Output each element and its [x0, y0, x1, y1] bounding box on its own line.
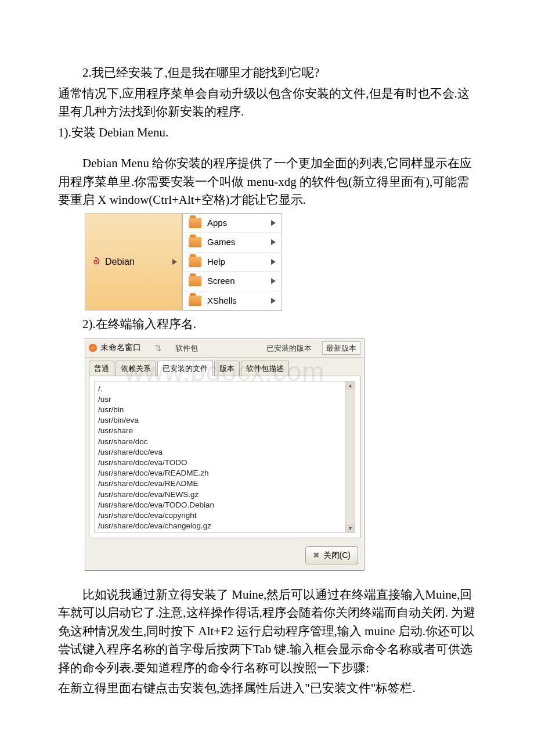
menu-item-xshells[interactable]: XShells	[183, 291, 282, 311]
svg-marker-2	[271, 239, 276, 245]
menu-item-help[interactable]: Help	[183, 253, 282, 272]
submenu-arrow-icon	[172, 259, 177, 265]
package-properties-dialog: www.bdocx.com 未命名窗口 ⇅ 软件包 已安装的版本 最新版本 普通…	[85, 339, 365, 571]
paragraph-7: 在新立得里面右键点击安装包,选择属性后进入"已安装文件"标签栏.	[58, 679, 476, 698]
paragraph-3: 1).安装 Debian Menu.	[58, 124, 476, 142]
file-path: /usr/share/doc/eva/copyright	[98, 510, 351, 521]
window-icon	[89, 344, 97, 352]
tabs-bar: 普通 依赖关系 已安装的文件 版本 软件包描述	[85, 358, 364, 376]
installed-files-listbox[interactable]: /. /usr /usr/bin /usr/bin/eva /usr/share…	[94, 381, 355, 533]
folder-icon	[189, 296, 201, 306]
file-path: /usr/share/doc/eva/NEWS.gz	[98, 489, 351, 500]
menu-item-label: XShells	[207, 294, 237, 308]
scroll-down-icon[interactable]: ▾	[345, 524, 355, 532]
file-path: /usr/bin	[98, 405, 351, 415]
file-path: /usr	[98, 394, 351, 405]
tab-general[interactable]: 普通	[89, 361, 114, 376]
folder-icon	[189, 218, 201, 228]
paragraph-5: 2).在终端输入程序名.	[58, 315, 476, 334]
dialog-titlebar: 未命名窗口 ⇅ 软件包 已安装的版本 最新版本	[85, 339, 364, 358]
scrollbar[interactable]: ▴ ▾	[345, 381, 355, 532]
close-button-label: 关闭(C)	[323, 549, 351, 561]
header-package: 软件包	[175, 343, 198, 354]
menu-item-label: Apps	[207, 217, 227, 230]
menu-item-apps[interactable]: Apps	[183, 214, 282, 233]
svg-marker-0	[172, 259, 177, 265]
folder-icon	[189, 237, 201, 247]
submenu-arrow-icon	[271, 239, 276, 245]
close-icon: ✖	[313, 549, 320, 561]
tab-content: /. /usr /usr/bin /usr/bin/eva /usr/share…	[89, 376, 360, 538]
folder-icon	[189, 276, 201, 286]
folder-icon	[189, 257, 201, 267]
file-path: /usr/share/doc/eva/TODO	[98, 458, 351, 468]
tab-installed-files[interactable]: 已安装的文件	[157, 361, 213, 376]
file-path: /.	[98, 384, 351, 394]
submenu-arrow-icon	[271, 259, 276, 265]
svg-marker-5	[271, 298, 276, 304]
menu-parent-label: Debian	[105, 255, 135, 269]
menu-parent-item[interactable]: Debian	[85, 213, 182, 311]
file-path: /usr/share/doc/eva/changelog.Debian.gz	[98, 532, 351, 533]
menu-item-label: Games	[207, 236, 235, 249]
tab-description[interactable]: 软件包描述	[241, 361, 289, 376]
paragraph-1: 2.我已经安装了,但是我在哪里才能找到它呢?	[58, 64, 476, 82]
window-title: 未命名窗口	[100, 342, 141, 354]
file-path: /usr/share/doc/eva	[98, 447, 351, 458]
close-button[interactable]: ✖ 关闭(C)	[305, 546, 358, 564]
debian-menu-figure: Debian Apps Games Help	[85, 213, 476, 311]
scroll-up-icon[interactable]: ▴	[345, 381, 355, 390]
file-path: /usr/share/doc/eva/README	[98, 478, 351, 489]
file-path: /usr/share/doc/eva/changelog.gz	[98, 521, 351, 531]
submenu-panel: Apps Games Help Screen	[182, 213, 282, 311]
file-path: /usr/share	[98, 426, 351, 436]
tab-versions[interactable]: 版本	[214, 361, 240, 376]
menu-item-screen[interactable]: Screen	[183, 272, 282, 291]
file-path: /usr/share/doc/eva/README.zh	[98, 468, 351, 478]
header-installed-version: 已安装的版本	[266, 343, 312, 354]
tab-dependencies[interactable]: 依赖关系	[116, 361, 156, 376]
menu-item-label: Screen	[207, 275, 235, 288]
svg-marker-1	[271, 220, 276, 226]
svg-marker-3	[271, 259, 276, 265]
menu-item-games[interactable]: Games	[183, 233, 282, 253]
submenu-arrow-icon	[271, 220, 276, 226]
file-path: /usr/share/doc	[98, 437, 351, 447]
paragraph-6: 比如说我通过新立得安装了 Muine,然后可以通过在终端直接输入Muine,回车…	[58, 586, 476, 678]
submenu-arrow-icon	[271, 298, 276, 304]
paragraph-4: Debian Menu 给你安装的程序提供了一个更加全面的列表,它同样显示在应用…	[58, 154, 476, 210]
submenu-arrow-icon	[271, 278, 276, 284]
file-path: /usr/share/doc/eva/TODO.Debian	[98, 500, 351, 510]
svg-marker-4	[271, 278, 276, 284]
file-path: /usr/bin/eva	[98, 415, 351, 426]
debian-swirl-icon	[90, 257, 100, 267]
menu-item-label: Help	[207, 255, 225, 269]
paragraph-2: 通常情况下,应用程序菜单会自动升级以包含你安装的文件,但是有时也不会.这里有几种…	[58, 85, 476, 121]
header-latest-version: 最新版本	[322, 341, 360, 355]
